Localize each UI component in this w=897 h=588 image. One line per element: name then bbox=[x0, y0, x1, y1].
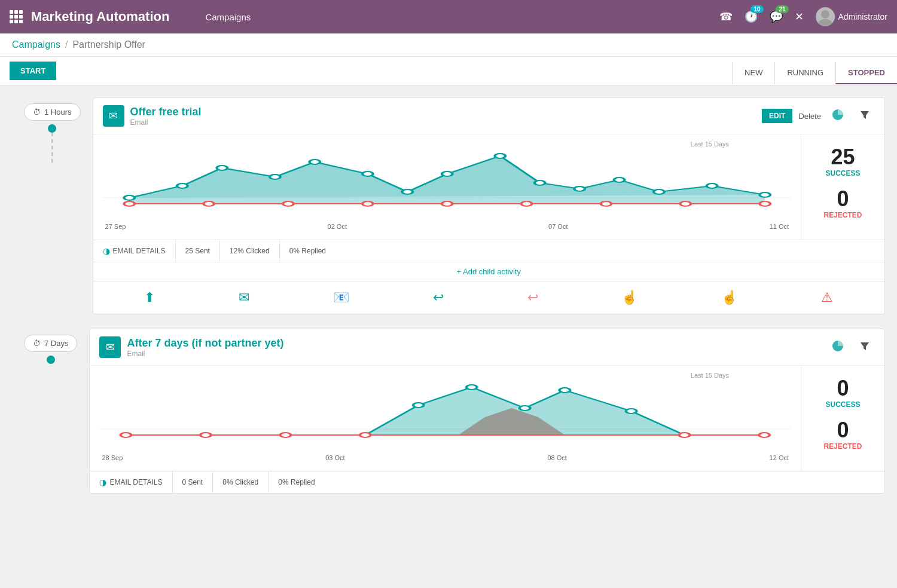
status-tabs: NEW RUNNING STOPPED bbox=[732, 62, 897, 84]
rejected-label-1: REJECTED bbox=[823, 211, 862, 219]
card-2-body: Last 15 Days bbox=[90, 366, 884, 471]
svg-point-24 bbox=[441, 201, 452, 206]
chart-2-x-labels: 28 Sep 03 Oct 08 Oct 12 Oct bbox=[99, 454, 791, 461]
child-icon-reply[interactable]: ↩ bbox=[427, 286, 450, 309]
rejected-label-2: REJECTED bbox=[823, 442, 862, 451]
chart-svg-2 bbox=[99, 375, 791, 453]
pie-chart-icon-2[interactable] bbox=[827, 338, 849, 357]
card-1-title: Offer free trial bbox=[130, 106, 202, 118]
x-label-2-2: 08 Oct bbox=[547, 454, 566, 461]
timer-badge-2: ⏱ 7 Days bbox=[24, 335, 77, 352]
svg-marker-3 bbox=[861, 111, 869, 119]
child-icon-no-click[interactable]: ☝ bbox=[715, 286, 743, 309]
svg-point-21 bbox=[203, 201, 214, 206]
timer-value-2: 7 Days bbox=[44, 339, 68, 348]
svg-point-9 bbox=[309, 160, 320, 164]
card-2-subtitle: Email bbox=[127, 350, 283, 358]
card-2-header: ✉ After 7 days (if not partner yet) Emai… bbox=[90, 329, 884, 366]
timer-value-1: 1 Hours bbox=[44, 108, 72, 117]
replied-pct-1: 0% Replied bbox=[280, 241, 335, 261]
edit-button-1[interactable]: EDIT bbox=[762, 109, 792, 123]
stats-section-1: 25 SUCCESS 0 REJECTED bbox=[801, 134, 884, 240]
svg-point-27 bbox=[680, 201, 691, 206]
child-icon-cursor[interactable]: ⬆ bbox=[138, 286, 161, 309]
delete-button-1[interactable]: Delete bbox=[798, 112, 821, 121]
avatar bbox=[816, 7, 835, 26]
x-label-1-0: 27 Sep bbox=[105, 223, 126, 230]
svg-point-39 bbox=[560, 388, 570, 393]
card-2-title: After 7 days (if not partner yet) bbox=[127, 337, 283, 350]
tab-new[interactable]: NEW bbox=[732, 62, 774, 84]
chat-icon[interactable]: 💬 21 bbox=[770, 10, 783, 23]
clicked-pct-2: 0% Clicked bbox=[213, 472, 269, 492]
connector-dot-1 bbox=[48, 124, 56, 133]
activity-row-2: ⏱ 7 Days ✉ After 7 days (if not partner … bbox=[12, 329, 885, 494]
email-icon-2: ✉ bbox=[99, 336, 121, 358]
connector-dot-2 bbox=[47, 356, 55, 364]
close-icon[interactable]: ✕ bbox=[795, 10, 804, 23]
tab-stopped[interactable]: STOPPED bbox=[835, 62, 897, 84]
svg-point-18 bbox=[706, 183, 717, 188]
timer-clock-icon: ⏱ bbox=[33, 108, 41, 117]
svg-point-25 bbox=[521, 201, 532, 206]
email-details-2[interactable]: ◑ EMAIL DETAILS bbox=[90, 471, 172, 493]
main-content: ⏱ 1 Hours ✉ Offer free trial Email EDIT … bbox=[0, 85, 897, 588]
chart-label-1: Last 15 Days bbox=[691, 140, 729, 148]
pie-icon-2: ◑ bbox=[99, 477, 106, 487]
card-1-actions: EDIT Delete bbox=[762, 106, 875, 126]
svg-point-38 bbox=[520, 406, 530, 411]
pie-chart-icon-1[interactable] bbox=[827, 106, 849, 126]
card-1-body: Last 15 Days bbox=[93, 134, 884, 240]
rejected-count-1: 0 bbox=[837, 187, 849, 211]
svg-point-33 bbox=[201, 433, 212, 437]
tab-running[interactable]: RUNNING bbox=[774, 62, 835, 84]
top-navigation: Marketing Automation Campaigns ☎ 🕐 10 💬 … bbox=[0, 0, 897, 33]
svg-point-41 bbox=[679, 433, 690, 437]
toolbar: START NEW RUNNING STOPPED bbox=[0, 57, 897, 85]
svg-point-37 bbox=[466, 385, 477, 390]
child-icon-click[interactable]: ☝ bbox=[615, 286, 643, 309]
filter-icon-1[interactable] bbox=[855, 107, 875, 125]
svg-point-1 bbox=[818, 19, 832, 26]
svg-point-26 bbox=[600, 201, 611, 206]
child-icon-email-bounce[interactable]: 📧 bbox=[327, 286, 355, 309]
card-1-subtitle: Email bbox=[130, 118, 202, 127]
card-1: ✉ Offer free trial Email EDIT Delete bbox=[93, 97, 885, 314]
child-icon-email-open[interactable]: ✉ bbox=[233, 286, 255, 309]
start-button[interactable]: START bbox=[10, 62, 56, 80]
svg-point-12 bbox=[441, 172, 452, 176]
x-label-1-3: 11 Oct bbox=[770, 223, 789, 230]
clock-badge: 10 bbox=[750, 5, 763, 13]
x-label-2-3: 12 Oct bbox=[770, 454, 789, 461]
svg-point-36 bbox=[413, 403, 424, 408]
svg-point-10 bbox=[362, 172, 373, 176]
card-1-footer: ◑ EMAIL DETAILS 25 Sent 12% Clicked 0% R… bbox=[93, 240, 884, 262]
breadcrumb: Campaigns / Partnership Offer bbox=[0, 33, 897, 57]
x-label-1-2: 07 Oct bbox=[548, 223, 568, 230]
breadcrumb-current-page: Partnership Offer bbox=[72, 39, 145, 50]
svg-point-5 bbox=[124, 195, 135, 200]
svg-point-15 bbox=[574, 186, 585, 191]
filter-icon-2[interactable] bbox=[855, 338, 875, 357]
chat-badge: 21 bbox=[776, 5, 788, 13]
grid-menu-icon[interactable] bbox=[10, 10, 23, 23]
svg-point-20 bbox=[124, 201, 135, 206]
campaigns-nav-link[interactable]: Campaigns bbox=[193, 12, 263, 22]
stats-section-2: 0 SUCCESS 0 REJECTED bbox=[801, 366, 884, 471]
timer-clock-icon-2: ⏱ bbox=[33, 339, 41, 348]
breadcrumb-campaigns[interactable]: Campaigns bbox=[12, 39, 60, 50]
timer-badge-1: ⏱ 1 Hours bbox=[24, 103, 81, 121]
success-label-2: SUCCESS bbox=[825, 400, 860, 409]
svg-point-8 bbox=[270, 174, 280, 179]
chart-1-x-labels: 27 Sep 02 Oct 07 Oct 11 Oct bbox=[103, 223, 791, 230]
email-details-1[interactable]: ◑ EMAIL DETAILS bbox=[93, 240, 176, 262]
add-child-activity-1[interactable]: + Add child activity bbox=[93, 262, 884, 281]
admin-menu[interactable]: Administrator bbox=[816, 7, 887, 26]
chart-svg-1 bbox=[103, 144, 791, 222]
clock-icon[interactable]: 🕐 10 bbox=[745, 10, 758, 23]
svg-point-7 bbox=[216, 166, 227, 170]
child-icon-no-reply[interactable]: ↩ bbox=[521, 286, 544, 309]
child-icon-error[interactable]: ⚠ bbox=[815, 286, 839, 309]
phone-icon[interactable]: ☎ bbox=[719, 10, 733, 23]
app-title: Marketing Automation bbox=[31, 9, 169, 24]
